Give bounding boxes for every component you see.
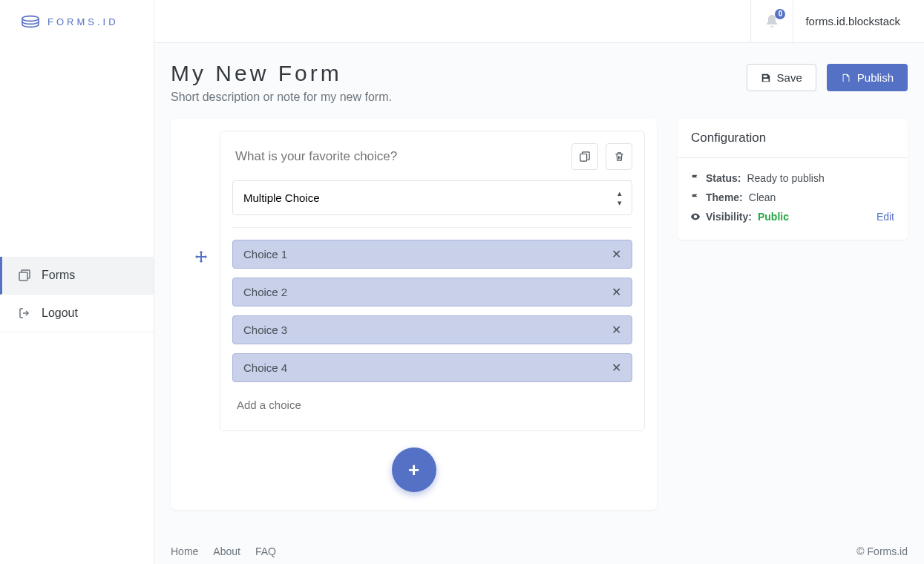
notifications-button[interactable]: 0 <box>750 0 793 43</box>
delete-button[interactable] <box>606 143 632 170</box>
save-button[interactable]: Save <box>747 64 816 91</box>
config-visibility-row: Visibility: Public Edit <box>691 207 894 226</box>
user-domain: forms.id.blockstack <box>793 15 912 27</box>
sidebar-item-label: Forms <box>42 269 75 282</box>
close-icon: ✕ <box>612 324 621 336</box>
sidebar-item-logout[interactable]: Logout <box>0 295 154 332</box>
sidebar-nav: Forms Logout <box>0 257 154 332</box>
close-icon: ✕ <box>612 286 621 298</box>
sidebar: FORMS.ID Forms Logout <box>0 0 154 564</box>
config-status-row: Status: Ready to publish <box>691 168 894 188</box>
footer-link-about[interactable]: About <box>213 545 240 557</box>
choice-remove-button[interactable]: ✕ <box>610 361 623 375</box>
choice-row: ✕ <box>232 278 632 306</box>
footer-link-faq[interactable]: FAQ <box>255 545 276 557</box>
choice-input[interactable] <box>242 361 610 375</box>
choice-remove-button[interactable]: ✕ <box>610 323 623 337</box>
add-choice-input[interactable] <box>232 391 632 419</box>
drag-handle[interactable] <box>183 131 220 264</box>
form-builder: Multiple Choice ▴▾ ✕✕✕✕ + <box>171 119 657 510</box>
question-card: Multiple Choice ▴▾ ✕✕✕✕ <box>220 131 645 431</box>
logo[interactable]: FORMS.ID <box>21 14 119 29</box>
publish-icon <box>841 73 851 83</box>
notification-badge: 0 <box>775 9 785 19</box>
choice-remove-button[interactable]: ✕ <box>610 247 623 261</box>
flag-icon <box>691 193 700 202</box>
topbar: 0 forms.id.blockstack <box>154 0 924 43</box>
choice-input[interactable] <box>242 323 610 337</box>
main: 0 forms.id.blockstack My New Form Short … <box>154 0 924 564</box>
logout-icon <box>18 307 31 319</box>
page-subtitle: Short description or note for my new for… <box>171 91 392 104</box>
add-question-button[interactable]: + <box>392 447 436 492</box>
sidebar-item-label: Logout <box>42 306 78 320</box>
close-icon: ✕ <box>612 248 621 260</box>
copy-icon <box>580 151 590 162</box>
config-edit-link[interactable]: Edit <box>877 211 894 223</box>
config-panel: Configuration Status: Ready to publish T… <box>678 119 908 240</box>
move-icon <box>194 249 209 264</box>
trash-icon <box>615 151 624 162</box>
plus-icon: + <box>408 459 419 482</box>
footer: Home About FAQ © Forms.id <box>171 510 908 557</box>
choice-row: ✕ <box>232 353 632 382</box>
close-icon: ✕ <box>612 361 621 374</box>
config-title: Configuration <box>678 119 908 158</box>
footer-copyright: © Forms.id <box>856 545 908 557</box>
svg-rect-1 <box>19 272 27 281</box>
save-icon <box>761 73 771 83</box>
sidebar-item-forms[interactable]: Forms <box>0 257 154 295</box>
logo-area: FORMS.ID <box>0 0 154 43</box>
choice-input[interactable] <box>242 285 610 299</box>
question-type-select[interactable]: Multiple Choice <box>232 180 632 215</box>
page-title: My New Form <box>171 61 392 86</box>
logo-icon <box>21 14 40 29</box>
question-title-input[interactable] <box>232 143 564 170</box>
choice-row: ✕ <box>232 315 632 344</box>
forms-icon <box>18 269 31 281</box>
svg-rect-2 <box>580 154 587 162</box>
duplicate-button[interactable] <box>571 143 598 170</box>
divider <box>232 227 632 228</box>
logo-text: FORMS.ID <box>47 16 119 27</box>
flag-icon <box>691 174 700 183</box>
eye-icon <box>691 212 700 221</box>
choice-input[interactable] <box>242 247 610 261</box>
svg-point-0 <box>22 16 39 22</box>
footer-link-home[interactable]: Home <box>171 545 198 557</box>
choice-row: ✕ <box>232 240 632 269</box>
config-theme-row: Theme: Clean <box>691 188 894 207</box>
choice-remove-button[interactable]: ✕ <box>610 285 623 299</box>
publish-button[interactable]: Publish <box>827 64 908 91</box>
